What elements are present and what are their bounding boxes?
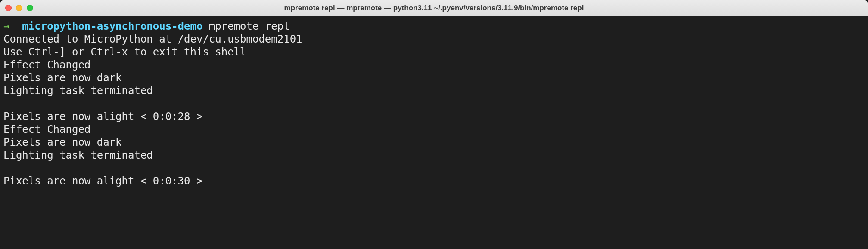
prompt-arrow-icon: → [3, 20, 9, 32]
minimize-button[interactable] [16, 5, 22, 11]
output-line [3, 97, 865, 110]
output-line: Lighting task terminated [3, 149, 865, 162]
titlebar[interactable]: mpremote repl — mpremote — python3.11 ~/… [0, 0, 868, 16]
window-title: mpremote repl — mpremote — python3.11 ~/… [284, 4, 584, 12]
output-line [3, 162, 865, 175]
output-line: Effect Changed [3, 58, 865, 71]
output-line: Use Ctrl-] or Ctrl-x to exit this shell [3, 46, 865, 58]
traffic-lights [5, 5, 33, 11]
output-line: Effect Changed [3, 123, 865, 136]
output-line: Pixels are now alight < 0:0:30 > [3, 175, 865, 188]
close-button[interactable] [5, 5, 12, 11]
output-line: Lighting task terminated [3, 84, 865, 97]
output-line: Pixels are now dark [3, 71, 865, 84]
command-text: mpremote repl [209, 20, 290, 32]
output-line: Pixels are now alight < 0:0:28 > [3, 110, 865, 123]
terminal-window: mpremote repl — mpremote — python3.11 ~/… [0, 0, 868, 249]
prompt-line: → micropython-asynchronous-demo mpremote… [3, 20, 865, 33]
terminal-content[interactable]: → micropython-asynchronous-demo mpremote… [0, 16, 868, 249]
output-line: Pixels are now dark [3, 136, 865, 149]
output-line: Connected to MicroPython at /dev/cu.usbm… [3, 33, 865, 46]
current-directory: micropython-asynchronous-demo [22, 20, 202, 32]
maximize-button[interactable] [27, 5, 33, 11]
